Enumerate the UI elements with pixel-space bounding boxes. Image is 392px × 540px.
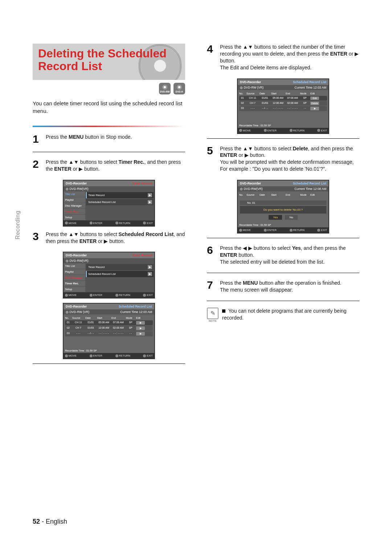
- step-1: 1 Press the MENU button in Stop mode.: [33, 134, 185, 145]
- step-4: 4 Press the ▲▼ buttons to select the num…: [207, 44, 359, 71]
- step-2: 2 Press the ▲▼ buttons to select Timer R…: [33, 159, 185, 172]
- osd-edit-delete: DVD-RecorderScheduled Record List ◎ DVD-…: [237, 78, 329, 134]
- hr: [207, 238, 359, 238]
- page-footer: 52 - English: [33, 503, 359, 525]
- badge-dvd-r: DVD-R: [173, 83, 185, 94]
- intro-text: You can delete timer record list using t…: [33, 100, 185, 115]
- step-6: 6 Press the ◀ ▶ buttons to select Yes, a…: [207, 245, 359, 265]
- osd-timer-menu-1: DVD-RecorderTimer Record ◎ DVD-RW(VR) Ti…: [63, 180, 155, 227]
- step-7: 7 Press the MENU button after the operat…: [207, 280, 359, 293]
- page-title: Deleting the Scheduled Record List: [38, 47, 180, 73]
- note-icon: ✎: [207, 308, 219, 319]
- step-5: 5 Press the ▲▼ buttons to select Delete,…: [207, 145, 359, 173]
- step-3: 3 Press the ▲▼ buttons to select Schedul…: [33, 231, 185, 245]
- osd-scheduled-list: DVD-RecorderScheduled Record List ◎ DVD-…: [63, 303, 155, 359]
- hr: [33, 364, 185, 364]
- osd-confirm-delete: DVD-RecorderScheduled Record List ◎ DVD-…: [237, 180, 329, 234]
- media-badges: DVD-RW DVD-R: [33, 83, 185, 94]
- title-banner: Deleting the Scheduled Record List: [33, 44, 185, 80]
- note-text: You can not delete programs that are cur…: [222, 308, 359, 322]
- note-block: ✎ NOTE You can not delete programs that …: [207, 308, 359, 322]
- osd-timer-menu-2: DVD-RecorderTimer Record ◎ DVD-RW(VR) Ti…: [63, 252, 155, 299]
- hr: [207, 301, 359, 301]
- hr: [33, 152, 185, 152]
- hr: [207, 273, 359, 273]
- hr: [207, 138, 359, 139]
- badge-dvd-rw: DVD-RW: [159, 83, 171, 94]
- divider-gradient: [33, 126, 185, 127]
- section-tab: Recording: [15, 211, 21, 239]
